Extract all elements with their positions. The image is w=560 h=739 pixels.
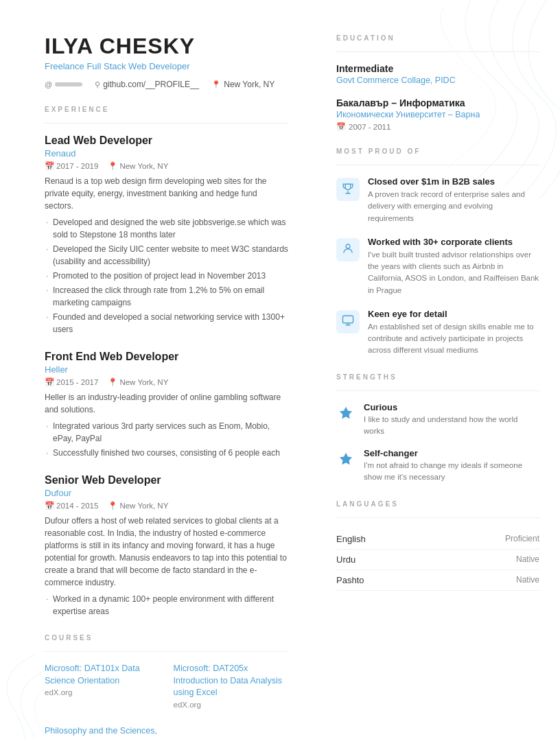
language-item: Urdu Native — [336, 550, 539, 570]
location-text: New York, NY — [224, 80, 275, 89]
edu-years: 📅 2007 - 2011 — [336, 122, 539, 131]
course-title: Microsoft: DAT101x Data Science Orientat… — [45, 663, 160, 687]
strength-icon — [338, 406, 353, 421]
email-masked — [55, 82, 82, 86]
exp-years: 📅 2017 - 2019 — [45, 161, 98, 171]
bullet-item: Promoted to the position of project lead… — [45, 270, 288, 282]
education-list: Intermediate Govt Commerce Collage, PIDC… — [336, 63, 539, 131]
strength-desc: I like to study and understand how the w… — [364, 414, 539, 438]
candidate-subtitle: Freelance Full Stack Web Developer — [45, 61, 288, 71]
exp-meta: 📅 2014 - 2015 📍 New York, NY — [45, 501, 288, 511]
exp-bullets: Integrated various 3rd party services su… — [45, 420, 288, 459]
proud-item: Closed over $1m in B2B sales A proven tr… — [336, 176, 539, 224]
exp-title: Senior Web Developer — [45, 474, 288, 486]
strength-item: Self-changer I'm not afraid to change my… — [336, 448, 539, 484]
proud-item: Keen eye for detail An established set o… — [336, 309, 539, 357]
bullet-item: Successfully finished two courses, consi… — [45, 447, 288, 459]
exp-description: Dufour offers a host of web related serv… — [45, 515, 288, 589]
strength-title: Curious — [364, 402, 539, 412]
location-contact: 📍 New York, NY — [211, 80, 275, 89]
courses-divider — [45, 651, 288, 652]
bullet-item: Integrated various 3rd party services su… — [45, 420, 288, 445]
proud-item: Worked with 30+ corporate clients I've b… — [336, 237, 539, 296]
language-item: Pashto Native — [336, 570, 539, 591]
experience-item: Senior Web Developer Dufour 📅 2014 - 201… — [45, 474, 288, 618]
strength-icon — [338, 451, 353, 467]
experience-item: Lead Web Developer Renaud 📅 2017 - 2019 … — [45, 134, 288, 336]
bullet-item: Developed and designed the web site jobb… — [45, 216, 288, 241]
proud-content: Keen eye for detail An established set o… — [368, 309, 539, 357]
bullet-item: Worked in a dynamic 100+ people environm… — [45, 593, 288, 618]
exp-company: Heller — [45, 364, 288, 375]
edu-school: Икономически Университет – Варна — [336, 110, 539, 119]
languages-list: English Proficient Urdu Native Pashto Na… — [336, 529, 539, 591]
location-icon: 📍 — [211, 80, 221, 89]
exp-location: 📍 New York, NY — [108, 377, 168, 387]
experience-section-title: EXPERIENCE — [45, 106, 288, 113]
exp-title: Lead Web Developer — [45, 134, 288, 147]
email-icon: @ — [45, 80, 52, 89]
language-item: English Proficient — [336, 529, 539, 550]
proud-icon — [342, 242, 354, 257]
proud-desc: I've built built trusted advisor relatio… — [368, 249, 539, 296]
proud-divider — [336, 165, 539, 165]
strength-icon-wrap — [336, 449, 355, 469]
exp-years: 📅 2015 - 2017 — [45, 377, 98, 387]
edu-year-text: 2007 - 2011 — [349, 123, 390, 131]
exp-company: Renaud — [45, 148, 288, 159]
course-title: Philosophy and the Sciences, The Univers… — [45, 725, 160, 739]
bullet-item: Developed the Sicily UIC center website … — [45, 243, 288, 268]
exp-bullets: Developed and designed the web site jobb… — [45, 216, 288, 336]
edu-degree: Intermediate — [336, 63, 539, 74]
proud-title: Keen eye for detail — [368, 309, 539, 319]
calendar-icon: 📅 — [45, 161, 54, 171]
calendar-icon: 📅 — [45, 501, 54, 511]
bullet-item: Increased the click through rate from 1.… — [45, 284, 288, 309]
experience-list: Lead Web Developer Renaud 📅 2017 - 2019 … — [45, 134, 288, 618]
proud-desc: An established set of design skills enab… — [368, 321, 539, 357]
pin-icon: 📍 — [108, 161, 117, 171]
language-level: Native — [516, 554, 539, 564]
education-item: Intermediate Govt Commerce Collage, PIDC — [336, 63, 539, 85]
proud-icon-wrap — [336, 178, 360, 201]
course-org: edX.org — [45, 688, 160, 696]
strengths-list: Curious I like to study and understand h… — [336, 402, 539, 484]
exp-meta: 📅 2017 - 2019 📍 New York, NY — [45, 161, 288, 171]
exp-years: 📅 2014 - 2015 — [45, 501, 98, 511]
resume-page: ILYA CHESKY Freelance Full Stack Web Dev… — [0, 0, 560, 739]
course-item: Microsoft: DAT101x Data Science Orientat… — [45, 663, 160, 709]
edu-degree: Бакалавър – Информатика — [336, 97, 539, 108]
course-item: Philosophy and the Sciences, The Univers… — [45, 725, 160, 739]
proud-icon-wrap — [336, 310, 360, 333]
courses-section-title: COURSES — [45, 634, 288, 642]
language-level: Native — [516, 575, 539, 585]
language-name: Urdu — [336, 554, 355, 565]
exp-company: Dufour — [45, 488, 288, 498]
pin-icon: 📍 — [108, 501, 117, 511]
edu-school: Govt Commerce Collage, PIDC — [336, 75, 539, 85]
bullet-item: Founded and developed a social networkin… — [45, 311, 288, 336]
strength-content: Curious I like to study and understand h… — [364, 402, 539, 438]
strength-desc: I'm not afraid to change my ideals if so… — [364, 460, 539, 484]
github-icon: ⚲ — [95, 80, 100, 89]
proud-content: Worked with 30+ corporate clients I've b… — [368, 237, 539, 296]
proud-title: Worked with 30+ corporate clients — [368, 237, 539, 247]
strength-item: Curious I like to study and understand h… — [336, 402, 539, 438]
proud-icon-wrap — [336, 238, 360, 261]
cal-icon: 📅 — [336, 122, 346, 131]
language-name: English — [336, 534, 366, 544]
course-title: Microsoft: DAT205x Introduction to Data … — [174, 663, 289, 699]
strengths-divider — [336, 390, 539, 391]
education-section-title: EDUCATION — [336, 34, 539, 42]
svg-rect-1 — [343, 316, 353, 324]
proud-icon — [342, 183, 354, 197]
experience-item: Front End Web Developer Heller 📅 2015 - … — [45, 351, 288, 459]
proud-section-title: MOST PROUD OF — [336, 148, 539, 155]
proud-desc: A proven track record of enterprise sale… — [368, 189, 539, 224]
pin-icon: 📍 — [108, 377, 117, 387]
experience-divider — [45, 123, 288, 124]
proud-icon — [342, 314, 354, 329]
strength-title: Self-changer — [364, 448, 539, 458]
course-item: Microsoft: DAT205x Introduction to Data … — [174, 663, 289, 709]
education-item: Бакалавър – Информатика Икономически Уни… — [336, 97, 539, 131]
